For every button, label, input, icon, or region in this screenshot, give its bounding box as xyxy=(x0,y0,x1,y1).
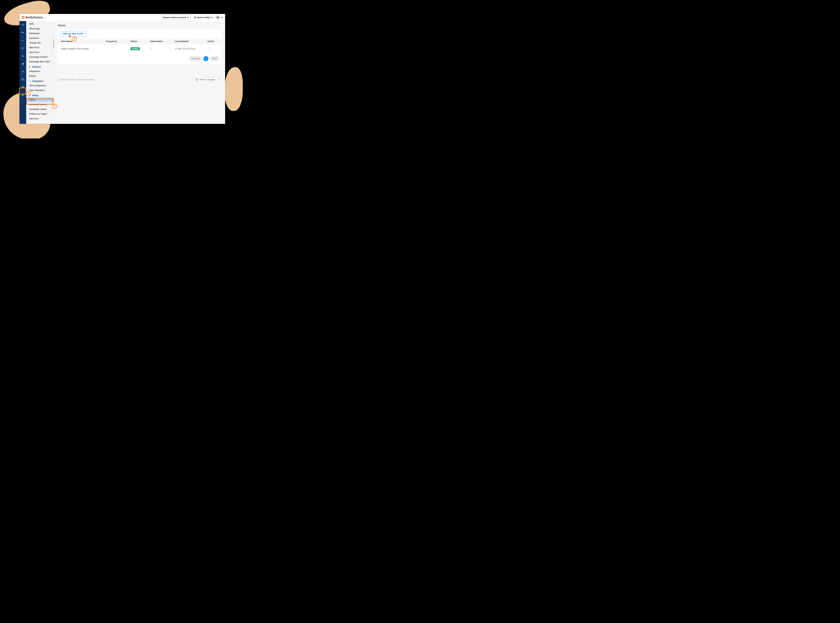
language-picker[interactable]: Select Language ▼ xyxy=(194,78,221,82)
google-icon xyxy=(196,78,198,81)
row-actions-button[interactable] xyxy=(207,47,211,51)
svg-point-16 xyxy=(29,95,30,96)
language-label: Select Language xyxy=(199,78,215,81)
pagination-next[interactable]: Next xyxy=(210,56,219,61)
nav-app-push[interactable]: App Push xyxy=(26,50,54,55)
rail-analytics-icon[interactable] xyxy=(21,39,25,42)
nav-facebook[interactable]: Facebook xyxy=(26,36,54,40)
nav-alerts[interactable]: Alerts xyxy=(26,97,54,102)
nav-add-font[interactable]: Add Font xyxy=(26,116,54,121)
cell-subscribers: 1 xyxy=(148,44,172,53)
nav-section-integration[interactable]: Integration xyxy=(26,78,54,83)
svg-rect-2 xyxy=(23,24,23,25)
svg-rect-4 xyxy=(21,25,22,26)
secondary-nav: SMS WhatsApp Webhooks Facebook Google Ad… xyxy=(26,21,54,124)
help-link[interactable]: Need a Help? xyxy=(194,16,213,18)
chevron-down-icon xyxy=(211,16,213,18)
svg-rect-13 xyxy=(22,94,24,96)
svg-point-15 xyxy=(30,66,31,67)
th-last-updated[interactable]: Last Updated xyxy=(172,38,205,44)
cell-last-updated: 11 Nov '23, 07:12 pm xyxy=(172,44,205,53)
nav-schedule-reports[interactable]: Schedule Reports xyxy=(26,102,54,107)
nav-whatsapp[interactable]: WhatsApp xyxy=(26,26,54,31)
rail-send-icon[interactable] xyxy=(21,62,25,65)
rail-image-icon[interactable] xyxy=(21,78,25,81)
svg-rect-6 xyxy=(23,25,24,26)
scrollbar-thumb[interactable] xyxy=(53,39,54,49)
cell-frequency xyxy=(104,44,128,53)
rail-book-icon[interactable] xyxy=(21,93,25,96)
svg-rect-3 xyxy=(23,24,24,25)
cell-alert-name: Status change of any Activity xyxy=(58,44,104,53)
main-content: Alerts CREATE NEW ALERT Alert Name Frequ… xyxy=(54,21,225,124)
code-icon xyxy=(29,80,31,82)
nav-campaign-labels[interactable]: Campaign Labels xyxy=(26,107,54,112)
app-window: ◧ NotifyVisitors Explore demo account Ne… xyxy=(20,14,225,124)
rail-users-icon[interactable] xyxy=(21,47,25,50)
svg-rect-5 xyxy=(23,25,23,26)
alerts-table: Alert Name Frequency Status Subscribers … xyxy=(58,38,221,53)
nav-webhooks[interactable]: Webhooks xyxy=(26,31,54,36)
gear-icon xyxy=(29,94,31,97)
pagination: Previous 1 Next xyxy=(58,53,221,64)
rail-hierarchy-icon[interactable] xyxy=(21,55,25,58)
explore-demo-button[interactable]: Explore demo account xyxy=(161,15,190,20)
chevron-down-icon xyxy=(187,16,189,18)
nav-section-partners[interactable]: Partners xyxy=(26,64,54,69)
alerts-card: CREATE NEW ALERT Alert Name Frequency St… xyxy=(58,29,221,64)
footer: © 2014 NotifyVisitors. All rights reserv… xyxy=(58,78,221,82)
nav-section-setup[interactable]: Setup xyxy=(26,93,54,97)
brand-logo[interactable]: ◧ NotifyVisitors xyxy=(22,16,43,19)
nav-google-ads[interactable]: Google Ads xyxy=(26,40,54,45)
users-icon xyxy=(29,66,31,68)
nav-campaign-control[interactable]: Campaign Control xyxy=(26,55,54,59)
svg-rect-11 xyxy=(23,57,24,57)
kebab-icon xyxy=(209,48,210,49)
nav-store-integration[interactable]: Store Integration xyxy=(26,83,54,88)
svg-rect-9 xyxy=(23,55,23,55)
brand-icon: ◧ xyxy=(22,16,25,19)
create-new-alert-button[interactable]: CREATE NEW ALERT xyxy=(60,31,86,37)
user-avatar[interactable]: DK xyxy=(215,15,221,20)
svg-point-8 xyxy=(23,48,24,48)
primary-nav-rail xyxy=(20,21,26,124)
svg-point-7 xyxy=(22,48,23,48)
page-title: Alerts xyxy=(58,24,221,27)
svg-rect-10 xyxy=(22,57,22,57)
rail-dashboard-icon[interactable] xyxy=(21,31,25,34)
chevron-down-icon[interactable] xyxy=(221,16,223,18)
status-badge: Active xyxy=(130,47,140,50)
th-status[interactable]: Status xyxy=(128,38,148,44)
dropdown-arrow-icon: ▼ xyxy=(216,78,220,81)
svg-rect-12 xyxy=(21,78,24,80)
top-bar: ◧ NotifyVisitors Explore demo account Ne… xyxy=(20,14,225,21)
rail-apps-icon[interactable] xyxy=(21,24,25,27)
cell-status: Active xyxy=(128,44,148,53)
help-label: Need a Help? xyxy=(197,16,211,18)
pagination-page-1[interactable]: 1 xyxy=(204,56,208,61)
svg-point-14 xyxy=(29,66,30,67)
nav-campaign-best-time[interactable]: Campaign Best Time xyxy=(26,59,54,64)
th-action: Action xyxy=(205,38,221,44)
rail-list-icon[interactable] xyxy=(21,70,25,73)
nav-app-integration[interactable]: App Integration xyxy=(26,88,54,93)
cell-action xyxy=(205,44,221,53)
th-subscribers[interactable]: Subscribers xyxy=(148,38,172,44)
rail-settings-icon[interactable] xyxy=(21,86,25,89)
svg-rect-1 xyxy=(21,24,22,25)
nav-export[interactable]: Export xyxy=(26,74,54,78)
th-frequency[interactable]: Frequency xyxy=(104,38,128,44)
nav-web-push[interactable]: Web Push xyxy=(26,45,54,50)
nav-sms[interactable]: SMS xyxy=(26,21,54,26)
copyright-text: © 2014 NotifyVisitors. All rights reserv… xyxy=(58,78,94,81)
background-decoration xyxy=(224,67,243,111)
table-row: Status change of any Activity Active 1 1… xyxy=(58,44,221,53)
brand-name: NotifyVisitors xyxy=(26,16,43,19)
explore-demo-label: Explore demo account xyxy=(162,16,186,18)
pagination-previous[interactable]: Previous xyxy=(189,56,202,61)
nav-preference-pages[interactable]: Preference Pages xyxy=(26,112,54,116)
th-alert-name[interactable]: Alert Name xyxy=(58,38,104,44)
nav-integration[interactable]: Integration xyxy=(26,69,54,74)
globe-icon xyxy=(194,16,196,18)
